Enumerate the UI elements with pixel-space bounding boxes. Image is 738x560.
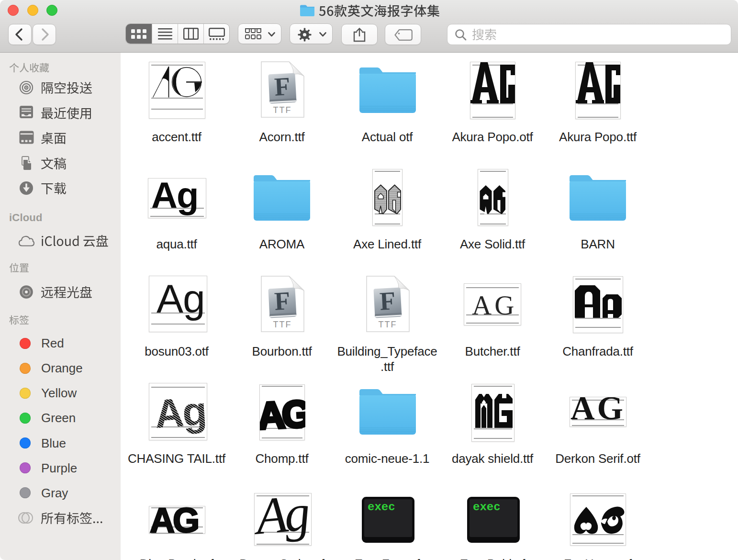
- svg-text:AG: AG: [150, 506, 198, 534]
- svg-text:Ag: Ag: [151, 179, 198, 215]
- svg-text:Ag: Ag: [255, 493, 311, 545]
- svg-text:F: F: [274, 286, 291, 316]
- svg-text:Ag: Ag: [153, 388, 207, 437]
- svg-text:TTF: TTF: [273, 320, 292, 329]
- svg-text:Ag: Ag: [157, 276, 205, 321]
- svg-text:AG: AG: [260, 392, 305, 437]
- svg-text:TTF: TTF: [273, 105, 292, 115]
- svg-text:AG: AG: [570, 397, 626, 426]
- svg-text:F: F: [379, 286, 396, 316]
- svg-text:F: F: [274, 72, 291, 101]
- svg-text:AG: AG: [472, 290, 517, 320]
- svg-text:TTF: TTF: [379, 320, 397, 329]
